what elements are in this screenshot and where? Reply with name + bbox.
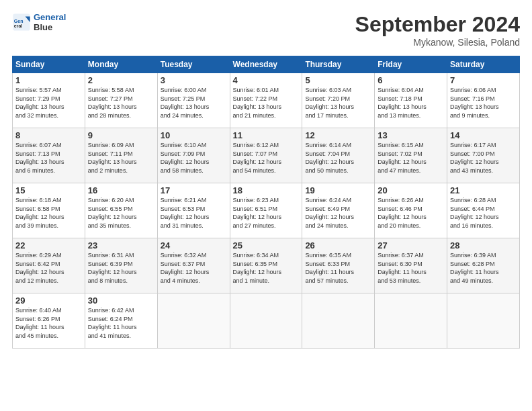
table-row: 29Sunrise: 6:40 AMSunset: 6:26 PMDayligh… [13, 293, 85, 349]
col-monday: Monday [85, 56, 157, 73]
table-row: 7Sunrise: 6:06 AMSunset: 7:16 PMDaylight… [447, 73, 520, 128]
table-row: 24Sunrise: 6:32 AMSunset: 6:37 PMDayligh… [157, 238, 230, 293]
table-row: 18Sunrise: 6:23 AMSunset: 6:51 PMDayligh… [230, 183, 302, 238]
table-row: 3Sunrise: 6:00 AMSunset: 7:25 PMDaylight… [157, 73, 230, 128]
table-row [375, 293, 447, 349]
page-container: Gen eral General Blue September 2024 Myk… [0, 0, 532, 355]
table-row: 19Sunrise: 6:24 AMSunset: 6:49 PMDayligh… [302, 183, 375, 238]
table-row: 9Sunrise: 6:09 AMSunset: 7:11 PMDaylight… [85, 128, 157, 183]
table-row: 22Sunrise: 6:29 AMSunset: 6:42 PMDayligh… [13, 238, 85, 293]
table-row: 25Sunrise: 6:34 AMSunset: 6:35 PMDayligh… [230, 238, 302, 293]
table-row: 10Sunrise: 6:10 AMSunset: 7:09 PMDayligh… [157, 128, 230, 183]
table-row [447, 293, 520, 349]
table-row: 26Sunrise: 6:35 AMSunset: 6:33 PMDayligh… [302, 238, 375, 293]
table-row: 16Sunrise: 6:20 AMSunset: 6:55 PMDayligh… [85, 183, 157, 238]
svg-text:Gen: Gen [14, 19, 24, 24]
table-row [157, 293, 230, 349]
logo-icon: Gen eral [12, 13, 31, 32]
logo: Gen eral General Blue [12, 12, 66, 32]
col-wednesday: Wednesday [230, 56, 302, 73]
table-row: 17Sunrise: 6:21 AMSunset: 6:53 PMDayligh… [157, 183, 230, 238]
table-row: 4Sunrise: 6:01 AMSunset: 7:22 PMDaylight… [230, 73, 302, 128]
table-row: 6Sunrise: 6:04 AMSunset: 7:18 PMDaylight… [375, 73, 447, 128]
location-subtitle: Mykanow, Silesia, Poland [355, 37, 520, 48]
table-row [302, 293, 375, 349]
table-row: 11Sunrise: 6:12 AMSunset: 7:07 PMDayligh… [230, 128, 302, 183]
col-tuesday: Tuesday [157, 56, 230, 73]
table-row: 21Sunrise: 6:28 AMSunset: 6:44 PMDayligh… [447, 183, 520, 238]
title-block: September 2024 Mykanow, Silesia, Poland [355, 12, 520, 48]
table-row: 5Sunrise: 6:03 AMSunset: 7:20 PMDaylight… [302, 73, 375, 128]
table-row: 23Sunrise: 6:31 AMSunset: 6:39 PMDayligh… [85, 238, 157, 293]
table-row: 12Sunrise: 6:14 AMSunset: 7:04 PMDayligh… [302, 128, 375, 183]
col-thursday: Thursday [302, 56, 375, 73]
col-saturday: Saturday [447, 56, 520, 73]
table-row: 13Sunrise: 6:15 AMSunset: 7:02 PMDayligh… [375, 128, 447, 183]
month-title: September 2024 [355, 12, 520, 37]
table-row: 8Sunrise: 6:07 AMSunset: 7:13 PMDaylight… [13, 128, 85, 183]
logo-text: General Blue [34, 12, 66, 32]
col-friday: Friday [375, 56, 447, 73]
table-row: 28Sunrise: 6:39 AMSunset: 6:28 PMDayligh… [447, 238, 520, 293]
table-row: 15Sunrise: 6:18 AMSunset: 6:58 PMDayligh… [13, 183, 85, 238]
col-sunday: Sunday [13, 56, 85, 73]
table-row: 1Sunrise: 5:57 AMSunset: 7:29 PMDaylight… [13, 73, 85, 128]
table-row: 27Sunrise: 6:37 AMSunset: 6:30 PMDayligh… [375, 238, 447, 293]
header-row: Sunday Monday Tuesday Wednesday Thursday… [13, 56, 520, 73]
table-row [230, 293, 302, 349]
table-row: 2Sunrise: 5:58 AMSunset: 7:27 PMDaylight… [85, 73, 157, 128]
svg-text:eral: eral [14, 24, 23, 28]
table-row: 20Sunrise: 6:26 AMSunset: 6:46 PMDayligh… [375, 183, 447, 238]
table-row: 14Sunrise: 6:17 AMSunset: 7:00 PMDayligh… [447, 128, 520, 183]
table-row: 30Sunrise: 6:42 AMSunset: 6:24 PMDayligh… [85, 293, 157, 349]
calendar-table: Sunday Monday Tuesday Wednesday Thursday… [12, 56, 520, 349]
header: Gen eral General Blue September 2024 Myk… [12, 12, 520, 48]
